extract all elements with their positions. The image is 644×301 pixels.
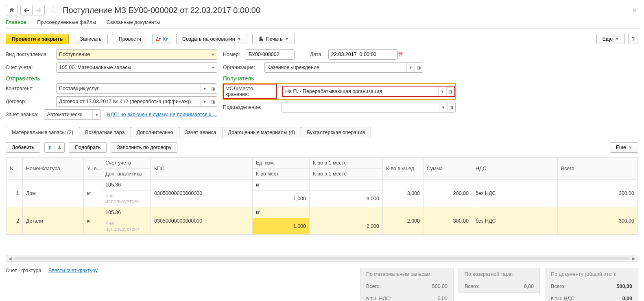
main-toolbar: Провести и закрыть Записать Провести ДтК… <box>6 29 638 49</box>
totals-doc: По документу (общий итог): Всего:500,00 … <box>545 268 638 301</box>
more-button[interactable]: Еще▼ <box>596 34 625 44</box>
page-title: Поступление МЗ БУ00-000002 от 22.03.2017… <box>63 6 260 15</box>
grid-toolbar: Добавить ⬆ ⬇ Подобрать Заполнить по дого… <box>6 138 638 157</box>
number-label: Номер: <box>223 52 240 57</box>
advance-combo[interactable]: Автоматически ▼ <box>44 109 101 120</box>
org-label: Организация: <box>223 65 259 70</box>
totals-mz: По материальным запасам: Всего:500,00 в … <box>360 268 454 301</box>
post-and-close-button[interactable]: Провести и закрыть <box>6 34 69 44</box>
open-icon[interactable]: ◨ <box>415 63 423 72</box>
tab-main[interactable]: Главное <box>6 19 26 25</box>
dept-label: Подразделение: <box>223 104 276 110</box>
contractor-label: Контрагент: <box>6 86 50 91</box>
tab-advance[interactable]: Зачет аванса <box>179 127 223 138</box>
account-combo[interactable]: 105.00. Материальные запасы ▼ <box>56 62 217 73</box>
chevron-down-icon[interactable]: ▼ <box>92 110 100 119</box>
chevron-down-icon[interactable]: ▼ <box>406 63 415 72</box>
mol-combo[interactable]: На П. - Перерабатывающая организация ▼ ◨ <box>282 86 455 97</box>
type-combo[interactable]: Поступление ▼ <box>56 49 217 60</box>
top-tabs: Главное Присоединенные файлы Связанные д… <box>6 19 638 29</box>
pick-button[interactable]: Подобрать <box>69 142 107 153</box>
receiver-heading: Получатель <box>223 75 638 82</box>
add-button[interactable]: Добавить <box>6 142 40 153</box>
chevron-down-icon[interactable]: ▼ <box>201 97 209 106</box>
move-up-icon[interactable]: ⬆ <box>45 143 55 152</box>
type-label: Вид поступления: <box>6 52 50 57</box>
chevron-down-icon: ▼ <box>629 145 632 149</box>
contractor-combo[interactable]: Поставщик услуг ▼ ◨ <box>56 83 217 94</box>
chevron-down-icon: ▼ <box>238 37 241 41</box>
date-label: Дата: <box>310 52 323 57</box>
table-row[interactable]: 1Ломкг105.3603050000000000000кг3,000200,… <box>7 180 638 191</box>
help-button[interactable]: ? <box>628 34 638 44</box>
tab-files[interactable]: Присоединенные файлы <box>37 19 96 25</box>
open-icon[interactable]: ◨ <box>209 84 217 93</box>
account-label: Счет учета: <box>6 65 50 70</box>
chevron-down-icon[interactable]: ▼ <box>209 63 217 72</box>
number-field[interactable] <box>246 49 295 60</box>
materials-grid: N Номенклатура У...е... Счет учета КПС Е… <box>6 157 638 262</box>
dtkt-button[interactable]: ДтКт <box>152 34 171 44</box>
tab-tara[interactable]: Возвратная тара <box>79 127 131 138</box>
sf-link[interactable]: Ввести счет-фактуру <box>48 268 98 273</box>
chevron-down-icon: ▼ <box>615 37 619 41</box>
chevron-down-icon[interactable]: ▼ <box>201 84 209 93</box>
forward-button[interactable]: 🡪 <box>33 5 45 15</box>
date-field[interactable]: 📅 <box>328 49 397 60</box>
create-based-on-button[interactable]: Создать на основании▼ <box>176 34 247 44</box>
chevron-down-icon[interactable]: ▼ <box>209 50 217 59</box>
tab-extra[interactable]: Дополнительно <box>131 127 179 138</box>
close-icon[interactable]: × <box>631 6 638 15</box>
sender-heading: Отправитель <box>6 75 217 82</box>
home-button[interactable] <box>6 5 18 15</box>
chevron-down-icon: ▼ <box>285 37 289 41</box>
open-icon[interactable]: ◨ <box>446 87 454 96</box>
org-combo[interactable]: Казенное учреждение ▼ ◨ <box>264 62 423 73</box>
tab-metals[interactable]: Драгоценные материалы (4) <box>222 127 301 138</box>
sf-label: Счет - фактура: <box>6 268 43 273</box>
dept-combo[interactable]: ▼ ◨ <box>282 102 456 113</box>
tab-related[interactable]: Связанные документы <box>107 19 160 25</box>
grid-scrollbar[interactable]: ◀ ▶ <box>6 255 638 262</box>
scroll-left-icon[interactable]: ◀ <box>8 256 13 261</box>
totals-tara: По возвратной таре: Всего:0,00 <box>458 268 540 293</box>
move-down-icon[interactable]: ⬇ <box>55 143 64 152</box>
sub-tabs: Материальные запасы (2) Возвратная тара … <box>6 126 638 138</box>
advance-label: Зачет аванса: <box>6 112 38 117</box>
save-button[interactable]: Записать <box>74 34 107 44</box>
calendar-icon[interactable]: 📅 <box>397 50 403 59</box>
chevron-down-icon[interactable]: ▼ <box>438 87 446 96</box>
open-icon[interactable]: ◨ <box>447 102 455 112</box>
mol-label: МОЛ/Место хранения: <box>224 84 277 99</box>
grid-more-button[interactable]: Еще▼ <box>610 142 638 153</box>
favorite-star-icon[interactable]: ☆ <box>50 5 58 15</box>
nds-link[interactable]: НДС: не включен в сумму, не принимается … <box>107 112 216 117</box>
printer-icon: 🖶 <box>258 36 264 42</box>
scroll-right-icon[interactable]: ▶ <box>631 256 636 261</box>
fill-button[interactable]: Заполнить по договору <box>111 142 177 153</box>
titlebar: 🡨 🡪 ☆ Поступление МЗ БУ00-000002 от 22.0… <box>6 3 638 19</box>
tab-materials[interactable]: Материальные запасы (2) <box>6 127 79 138</box>
back-button[interactable]: 🡨 <box>20 5 33 15</box>
tab-accop[interactable]: Бухгалтерская операция <box>301 127 371 138</box>
table-row[interactable]: 2Деталикг105.3603050000000000000кг2,0003… <box>7 207 638 218</box>
open-icon[interactable]: ◨ <box>209 97 217 106</box>
contract-combo[interactable]: Договор от 17.03.2017 № 412 (переработка… <box>56 96 217 107</box>
post-button[interactable]: Провести <box>113 34 147 44</box>
chevron-down-icon[interactable]: ▼ <box>439 102 447 112</box>
contract-label: Договор: <box>6 99 50 104</box>
print-button[interactable]: 🖶 Печать▼ <box>252 34 295 44</box>
